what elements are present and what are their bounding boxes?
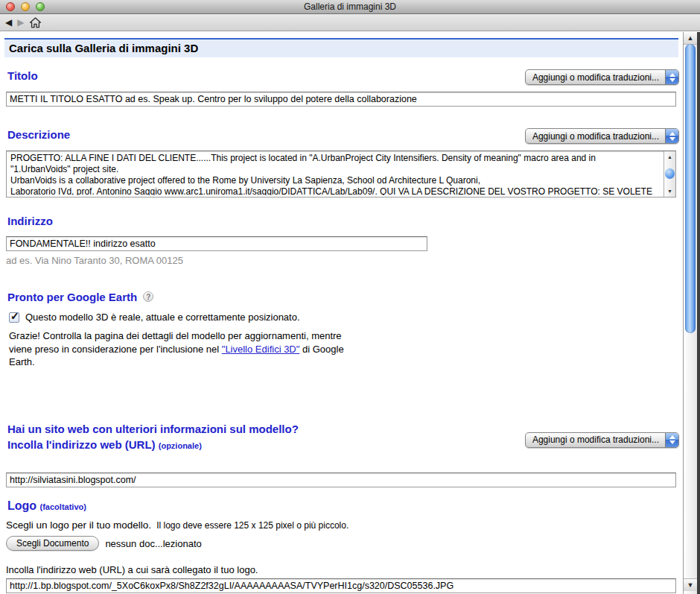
descrizione-textarea[interactable]: PROGETTO: ALLA FINE I DATI DEL CLIENTE..… xyxy=(6,151,676,198)
window-titlebar: Galleria di immagini 3D xyxy=(0,0,700,14)
website-heading-line2: Incolla l'indirizzo web (URL) (opzionale… xyxy=(7,437,299,453)
stepper-icon xyxy=(665,70,678,84)
indirizzo-hint: ad es. Via Nino Taranto 30, ROMA 00125 xyxy=(6,255,683,266)
stepper-icon xyxy=(665,129,678,143)
descrizione-text: PROGETTO: ALLA FINE I DATI DEL CLIENTE..… xyxy=(10,153,661,195)
checkmark-icon: ✓ xyxy=(10,310,19,322)
indirizzo-input[interactable] xyxy=(6,236,427,251)
page-title: Carica sulla Galleria di immagini 3D xyxy=(4,38,678,57)
form-page: Carica sulla Galleria di immagini 3D Tit… xyxy=(0,32,683,594)
livello-edifici-link[interactable]: "Livello Edifici 3D" xyxy=(222,344,300,355)
logo-choose-text: Scegli un logo per il tuo modello. xyxy=(6,519,151,531)
browser-toolbar: ◀ ▶ xyxy=(0,14,700,31)
choose-file-button[interactable]: Scegli Documento xyxy=(6,536,99,551)
window-scrollbar[interactable]: ▲ ▼ xyxy=(683,32,697,594)
window-scroll-thumb[interactable] xyxy=(685,44,696,333)
translate-dropdown-descrizione[interactable]: Aggiungi o modifica traduzioni... xyxy=(525,128,679,144)
minimize-button[interactable] xyxy=(21,2,30,11)
close-button[interactable] xyxy=(6,2,15,11)
textarea-scrollbar[interactable]: ▲ ▼ xyxy=(664,151,675,197)
desktop-background-edge xyxy=(697,32,700,594)
forward-icon[interactable]: ▶ xyxy=(17,18,24,27)
translate-dropdown-titolo[interactable]: Aggiungi o modifica traduzioni... xyxy=(525,69,679,85)
translate-dropdown-label: Aggiungi o modifica traduzioni... xyxy=(526,435,665,445)
logo-heading-text: Logo xyxy=(7,499,36,512)
logo-url-input[interactable] xyxy=(6,578,676,593)
titolo-input[interactable] xyxy=(6,92,676,107)
section-heading-indirizzo: Indirizzo xyxy=(7,215,683,227)
logo-size-hint: Il logo deve essere 125 x 125 pixel o pi… xyxy=(156,520,349,531)
translate-dropdown-label: Aggiungi o modifica traduzioni... xyxy=(526,131,665,142)
textarea-scroll-thumb[interactable] xyxy=(665,168,675,179)
translate-dropdown-website[interactable]: Aggiungi o modifica traduzioni... xyxy=(525,432,679,448)
section-heading-google-earth: Pronto per Google Earth? xyxy=(7,291,683,303)
website-heading-text: Incolla l'indirizzo web (URL) xyxy=(7,438,156,451)
help-icon[interactable]: ? xyxy=(143,291,153,302)
scroll-up-icon[interactable]: ▲ xyxy=(684,32,697,45)
google-earth-note: Grazie! Controlla la pagina dei dettagli… xyxy=(9,329,357,369)
optional-tag: (opzionale) xyxy=(159,441,202,450)
content-area: Carica sulla Galleria di immagini 3D Tit… xyxy=(0,32,700,594)
stepper-icon xyxy=(665,433,678,447)
scroll-down-icon[interactable]: ▼ xyxy=(684,578,697,591)
translate-dropdown-label: Aggiungi o modifica traduzioni... xyxy=(526,72,665,83)
section-heading-logo: Logo (facoltativo) xyxy=(7,499,683,513)
file-status-text: nessun doc...lezionato xyxy=(105,538,201,549)
google-earth-checkbox[interactable]: ✓ xyxy=(9,312,19,323)
home-icon[interactable] xyxy=(29,17,42,28)
website-heading-line1: Hai un sito web con ulteriori informazio… xyxy=(7,421,299,437)
section-heading-titolo: Titolo xyxy=(7,69,38,82)
logo-url-label: Incolla l'indirizzo web (URL) a cui sarà… xyxy=(6,564,683,575)
traffic-lights xyxy=(6,2,45,11)
scroll-down-icon[interactable]: ▼ xyxy=(664,186,675,196)
website-url-input[interactable] xyxy=(6,473,676,487)
scroll-up-icon[interactable]: ▲ xyxy=(664,152,675,162)
window-title: Galleria di immagini 3D xyxy=(304,1,396,12)
google-earth-checkbox-label: Questo modello 3D è reale, attuale e cor… xyxy=(25,312,300,323)
back-icon[interactable]: ◀ xyxy=(5,18,12,27)
section-heading-descrizione: Descrizione xyxy=(7,128,70,141)
facoltativo-tag: (facoltativo) xyxy=(40,502,86,511)
google-earth-heading-text: Pronto per Google Earth xyxy=(7,291,137,303)
zoom-button[interactable] xyxy=(36,2,45,11)
